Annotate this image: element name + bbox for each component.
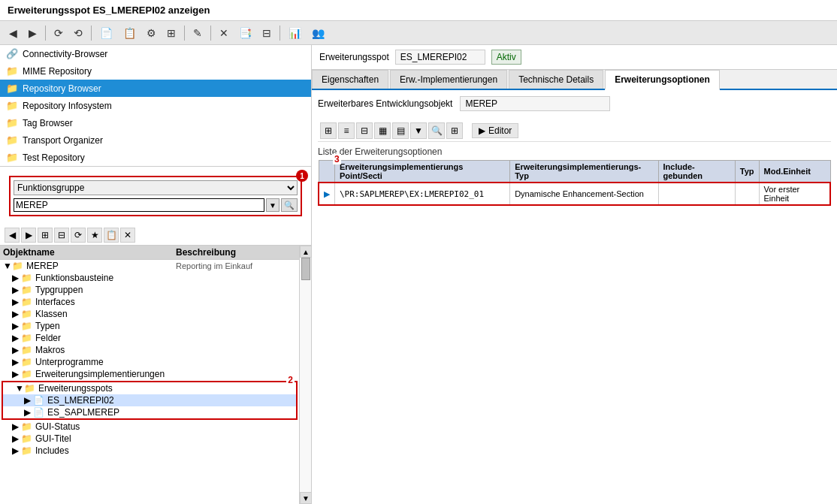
filter-type-row: Funktionsgruppe Paket Programm [14, 180, 298, 195]
tag-icon: 📁 [6, 117, 18, 128]
table-row-0[interactable]: ▶ \PR:SAPLMEREP\EX:LMEREPI02_01 Dynamisc… [319, 183, 830, 205]
nav-transport[interactable]: 📁 Transport Organizer [0, 131, 311, 149]
arrow-unterprogramme[interactable]: ▶ [12, 357, 21, 367]
tree-label-typgruppen: Typgruppen [35, 285, 83, 295]
editor-button[interactable]: ▶ Editor [472, 123, 518, 138]
filter-search-button[interactable]: 🔍 [281, 198, 298, 212]
tree-item-es-lmerepi02[interactable]: ▶ 📄 ES_LMEREPI02 [3, 394, 296, 406]
spot-label: Erweiterungsspot [319, 52, 389, 62]
refresh-button[interactable]: ⟳ [50, 25, 67, 41]
tree-item-klassen[interactable]: ▶ 📁 Klassen [0, 308, 299, 320]
filter-dropdown-button[interactable]: ▼ [266, 198, 280, 212]
minus-button[interactable]: ⊟ [258, 25, 275, 41]
arrow-typen[interactable]: ▶ [12, 321, 21, 331]
doc-button[interactable]: 📑 [235, 25, 255, 41]
new-button[interactable]: 📄 [96, 25, 116, 41]
tab-erw-implementierungen[interactable]: Erw.-Implementierungen [390, 70, 507, 89]
tree-item-erweiterungsspots[interactable]: ▼ 📁 Erweiterungsspots [3, 382, 296, 394]
folder-gui-titel-icon: 📁 [21, 433, 32, 444]
left-scrollbar[interactable]: ▲ ▼ [299, 246, 311, 504]
tree-item-gui-status[interactable]: ▶ 📁 GUI-Status [0, 421, 299, 433]
tree-label-funktionsbausteine: Funktionsbausteine [35, 273, 113, 283]
arrow-merep[interactable]: ▼ [3, 261, 12, 271]
nav-test-repo[interactable]: 📁 Test Repository [0, 149, 311, 166]
nav-repo-info[interactable]: 📁 Repository Infosystem [0, 97, 311, 114]
nav-test-repo-label: Test Repository [23, 152, 85, 163]
delete-button[interactable]: ✕ [216, 25, 232, 41]
rt-btn4[interactable]: ▦ [374, 122, 391, 139]
tree-item-makros[interactable]: ▶ 📁 Makros [0, 344, 299, 356]
nav-repo-browser[interactable]: 📁 Repository Browser [0, 80, 311, 97]
nav-tag-browser[interactable]: 📁 Tag Browser [0, 114, 311, 131]
filter-input[interactable] [14, 198, 264, 212]
nav-mime-label: MIME Repository [23, 66, 92, 77]
col-typ: Typ [735, 161, 759, 183]
scroll-up-arrow[interactable]: ▲ [300, 246, 311, 258]
filter-badge: 1 [296, 170, 308, 182]
tree-collapse-btn[interactable]: ⊟ [54, 228, 69, 243]
nav-connectivity[interactable]: 🔗 Connectivity-Browser [0, 45, 311, 62]
copy-button[interactable]: 📋 [119, 25, 140, 41]
arrow-funktionsbausteine[interactable]: ▶ [12, 273, 21, 283]
arrow-felder[interactable]: ▶ [12, 333, 21, 343]
arrow-klassen[interactable]: ▶ [12, 309, 21, 319]
back-button[interactable]: ◀ [5, 25, 21, 41]
tree-item-typen[interactable]: ▶ 📁 Typen [0, 320, 299, 332]
tree-item-includes[interactable]: ▶ 📁 Includes [0, 445, 299, 457]
title-bar: Erweiterungsspot ES_LMEREPI02 anzeigen [0, 0, 837, 21]
tree-item-funktionsbausteine[interactable]: ▶ 📁 Funktionsbausteine [0, 272, 299, 284]
rt-btn6[interactable]: ▼ [410, 122, 427, 139]
rt-btn1[interactable]: ⊞ [320, 122, 337, 139]
settings-button[interactable]: ⚙ [143, 25, 160, 41]
connectivity-icon: 🔗 [6, 48, 18, 59]
grid-button[interactable]: ⊞ [163, 25, 180, 41]
arrow-erw-spots[interactable]: ▼ [15, 383, 24, 394]
filter-type-select[interactable]: Funktionsgruppe Paket Programm [14, 180, 298, 195]
tree-item-es-saplmerep[interactable]: ▶ 📄 ES_SAPLMEREP [3, 406, 296, 418]
tree-item-typgruppen[interactable]: ▶ 📁 Typgruppen [0, 284, 299, 296]
arrow-gui-titel[interactable]: ▶ [12, 433, 21, 444]
tab-eigenschaften[interactable]: Eigenschaften [312, 70, 388, 89]
tree-back-btn[interactable]: ◀ [5, 228, 20, 243]
rt-btn3[interactable]: ⊟ [356, 122, 373, 139]
tree-delete-btn[interactable]: ✕ [120, 228, 135, 243]
refresh2-button[interactable]: ⟲ [70, 25, 86, 41]
scroll-down-arrow[interactable]: ▼ [300, 492, 311, 504]
scroll-thumb[interactable] [301, 258, 310, 280]
nav-repo-browser-label: Repository Browser [23, 83, 101, 94]
folder-funktionsbausteine-icon: 📁 [21, 273, 32, 283]
nav-connectivity-label: Connectivity-Browser [23, 49, 107, 59]
tree-item-merep[interactable]: ▼ 📁 MEREP Reporting im Einkauf [0, 260, 299, 272]
tree-refresh-btn[interactable]: ⟳ [71, 228, 86, 243]
arrow-includes[interactable]: ▶ [12, 445, 21, 456]
arrow-typgruppen[interactable]: ▶ [12, 285, 21, 295]
users-button[interactable]: 👥 [308, 25, 328, 41]
tree-item-interfaces[interactable]: ▶ 📁 Interfaces [0, 296, 299, 308]
tree-copy-btn[interactable]: 📋 [104, 228, 119, 243]
tree-item-felder[interactable]: ▶ 📁 Felder [0, 332, 299, 344]
arrow-gui-status[interactable]: ▶ [12, 421, 21, 432]
tree-star-btn[interactable]: ★ [87, 228, 102, 243]
forward-button[interactable]: ▶ [24, 25, 41, 41]
tab-technische-details[interactable]: Technische Details [509, 70, 603, 89]
tree-item-gui-titel[interactable]: ▶ 📁 GUI-Titel [0, 433, 299, 445]
arrow-erw-impl[interactable]: ▶ [12, 369, 21, 379]
tools-button[interactable]: ✎ [189, 25, 206, 41]
tree-expand-btn[interactable]: ⊞ [38, 228, 53, 243]
rt-btn8[interactable]: ⊞ [446, 122, 463, 139]
tree-item-erweiterungsimplementierungen[interactable]: ▶ 📁 Erweiterungsimplementierungen [0, 368, 299, 380]
arrow-makros[interactable]: ▶ [12, 345, 21, 355]
chart-button[interactable]: 📊 [285, 25, 305, 41]
row0-mod: Vor erster Einheit [759, 183, 830, 205]
rt-btn7[interactable]: 🔍 [428, 122, 445, 139]
nav-mime[interactable]: 📁 MIME Repository [0, 62, 311, 80]
rt-btn5[interactable]: ▤ [392, 122, 409, 139]
tree-item-unterprogramme[interactable]: ▶ 📁 Unterprogramme [0, 356, 299, 368]
arrow-es-lmerepi02[interactable]: ▶ [24, 395, 33, 406]
col-type: Erweiterungsimplementierungs-Typ [510, 161, 658, 183]
rt-btn2[interactable]: ≡ [338, 122, 355, 139]
tree-forward-btn[interactable]: ▶ [21, 228, 36, 243]
arrow-es-saplmerep[interactable]: ▶ [24, 407, 33, 418]
tab-erweiterungsoptionen[interactable]: Erweiterungsoptionen [605, 70, 720, 90]
arrow-interfaces[interactable]: ▶ [12, 297, 21, 307]
